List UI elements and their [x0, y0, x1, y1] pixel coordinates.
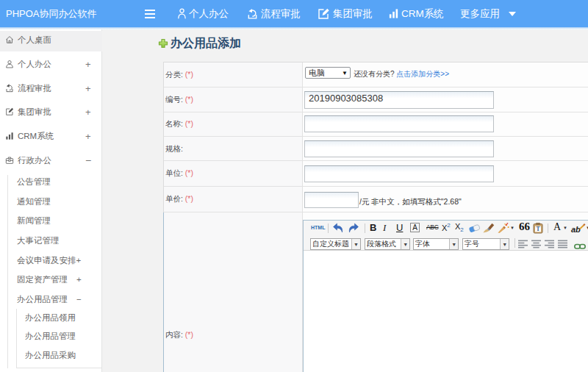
svg-text:T: T [536, 226, 539, 232]
